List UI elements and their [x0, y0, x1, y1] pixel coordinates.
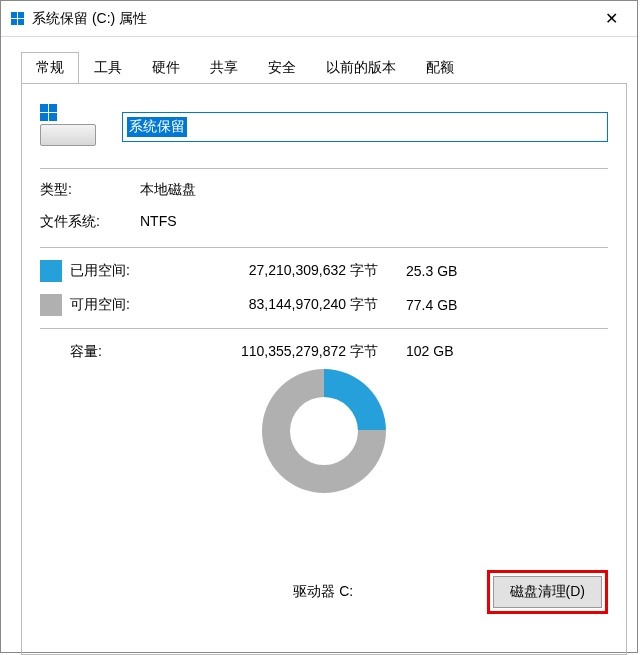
divider: [40, 328, 608, 329]
tab-quota[interactable]: 配额: [411, 52, 469, 84]
capacity-gb: 102 GB: [390, 343, 490, 361]
type-value: 本地磁盘: [140, 181, 608, 199]
free-space-gb: 77.4 GB: [390, 297, 490, 313]
titlebar: 系统保留 (C:) 属性 ✕: [1, 1, 637, 37]
filesystem-value: NTFS: [140, 213, 608, 231]
tab-tools[interactable]: 工具: [79, 52, 137, 84]
drive-name-text: 系统保留: [127, 117, 187, 137]
properties-window: 系统保留 (C:) 属性 ✕ 常规 工具 硬件 共享 安全 以前的版本 配额 系…: [0, 0, 638, 653]
windows-icon: [11, 12, 24, 25]
tab-security[interactable]: 安全: [253, 52, 311, 84]
used-space-bytes: 27,210,309,632 字节: [190, 262, 390, 280]
tab-previous-versions[interactable]: 以前的版本: [311, 52, 411, 84]
capacity-bytes: 110,355,279,872 字节: [190, 343, 390, 361]
disk-usage-chart: [262, 369, 386, 493]
tab-hardware[interactable]: 硬件: [137, 52, 195, 84]
tabstrip: 常规 工具 硬件 共享 安全 以前的版本 配额: [21, 51, 627, 83]
filesystem-label: 文件系统:: [40, 213, 140, 231]
used-space-swatch: [40, 260, 62, 282]
free-space-swatch: [40, 294, 62, 316]
drive-name-input[interactable]: 系统保留: [122, 112, 608, 142]
disk-cleanup-button[interactable]: 磁盘清理(D): [493, 576, 602, 608]
type-label: 类型:: [40, 181, 140, 199]
used-space-gb: 25.3 GB: [390, 263, 490, 279]
window-title: 系统保留 (C:) 属性: [32, 10, 589, 28]
highlight-box: 磁盘清理(D): [487, 570, 608, 614]
free-space-label: 可用空间:: [70, 296, 190, 314]
drive-label: 驱动器 C:: [40, 583, 487, 601]
divider: [40, 168, 608, 169]
free-space-bytes: 83,144,970,240 字节: [190, 296, 390, 314]
close-icon[interactable]: ✕: [589, 4, 633, 34]
used-space-label: 已用空间:: [70, 262, 190, 280]
capacity-label: 容量:: [40, 343, 190, 361]
drive-icon: [40, 104, 100, 150]
tab-sharing[interactable]: 共享: [195, 52, 253, 84]
tab-panel-general: 系统保留 类型: 本地磁盘 文件系统: NTFS 已用空间: 27,210,30…: [21, 83, 627, 655]
divider: [40, 247, 608, 248]
tab-general[interactable]: 常规: [21, 52, 79, 84]
